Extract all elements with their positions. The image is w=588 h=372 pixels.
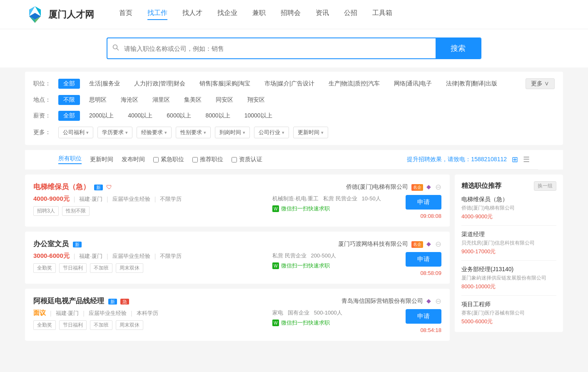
nav-news[interactable]: 资讯: [316, 9, 329, 20]
job-title-1[interactable]: 电梯维保员（急）: [33, 183, 90, 191]
salary-1: 4000-9000元: [33, 195, 70, 203]
sidebar-job-title-2: 渠道经理: [461, 231, 556, 238]
apply-btn-3[interactable]: 申请: [406, 309, 441, 324]
sort-publish[interactable]: 发布时间: [122, 156, 145, 163]
job-title-2[interactable]: 办公室文员: [33, 240, 69, 248]
location-tag-5[interactable]: 同安区: [211, 95, 238, 105]
location-tag-6[interactable]: 翔安区: [242, 95, 270, 105]
salary-tag-1[interactable]: 2000以上: [84, 111, 119, 121]
dropdown-welfare[interactable]: 公司福利: [58, 127, 93, 138]
nav-company[interactable]: 找企业: [217, 9, 237, 20]
dropdown-industry[interactable]: 公司行业: [254, 127, 289, 138]
nav-government[interactable]: 公招: [344, 9, 357, 20]
job-card-1-title-area: 电梯维保员（急） 新 🛡: [33, 182, 112, 192]
salary-tag-5[interactable]: 10000以上: [239, 111, 277, 121]
job-tag-1-1: 性别不限: [62, 206, 90, 216]
job-info-right-3: 家电 国有企业 500-1000人 W 微信扫一扫快速求职: [272, 309, 397, 333]
nav-parttime[interactable]: 兼职: [252, 9, 266, 20]
wechat-scan-3[interactable]: W 微信扫一扫快速求职: [272, 319, 397, 327]
job-card-2-company-area: 厦门巧渡网络科技有限公司 名企 ◆ ⊖: [338, 240, 441, 249]
job-title-3[interactable]: 阿根廷电视产品线经理: [33, 297, 104, 305]
location-tag-2[interactable]: 海沧区: [116, 95, 143, 105]
checkbox-certified[interactable]: 资质认证: [232, 156, 262, 163]
nav-fair[interactable]: 招聘会: [281, 9, 301, 20]
list-view-icon[interactable]: ☰: [523, 155, 530, 164]
position-tag-2[interactable]: 人力|行政|管理|财会: [129, 79, 190, 89]
logo[interactable]: 厦门人才网: [25, 5, 94, 25]
sidebar-card: 精选职位推荐 换一组 电梯维保员（急） 侨德(厦门)电梯有限公司 4000-90…: [455, 175, 563, 332]
position-tag-5[interactable]: 生产|物流|质控|汽车: [324, 79, 385, 89]
svg-line-6: [117, 49, 119, 50]
location-tag-all[interactable]: 不限: [58, 95, 80, 105]
dropdown-education[interactable]: 学历要求: [97, 127, 132, 138]
collapse-icon-2[interactable]: ⊖: [435, 240, 441, 249]
nav-jobs[interactable]: 找工作: [147, 9, 167, 20]
position-tag-4[interactable]: 市场|媒介|广告设计: [259, 79, 319, 89]
sidebar-company-1: 侨德(厦门)电梯有限公司: [461, 205, 556, 212]
job-actions-2: 申请 08:58:09: [406, 252, 441, 276]
location-tag-1[interactable]: 思明区: [84, 95, 112, 105]
experience-3: 应届毕业生经验: [89, 310, 127, 317]
position-more-button[interactable]: 更多 ∨: [526, 78, 555, 89]
position-tag-6[interactable]: 网络|通讯|电子: [389, 79, 437, 89]
dropdown-onboard[interactable]: 到岗时间: [215, 127, 250, 138]
job-meta-3: 面议 | 福建·厦门 | 应届毕业生经验 | 本科学历: [33, 309, 264, 317]
sidebar-job-4[interactable]: 项目工程师 赛客(厦门)医疗器械有限公司 5000-6000元: [461, 301, 556, 325]
sidebar-job-2[interactable]: 渠道经理 贝壳找房(厦门)信息科技有限公司 9000-17000元: [461, 231, 556, 261]
job-card-1: 电梯维保员（急） 新 🛡 侨德(厦门)电梯有限公司 名企 ◆ ⊖ 4000-: [25, 175, 450, 227]
dropdown-update[interactable]: 更新时间: [293, 127, 328, 138]
sort-update[interactable]: 更新时间: [90, 156, 113, 163]
salary-tag-2[interactable]: 4000以上: [123, 111, 157, 121]
apply-btn-2[interactable]: 申请: [406, 252, 441, 267]
refresh-button[interactable]: 换一组: [534, 181, 556, 191]
tag-new-1: 新: [94, 185, 103, 190]
job-card-1-body: 4000-9000元 | 福建·厦门 | 应届毕业生经验 | 不限学历 招聘3人…: [33, 195, 441, 219]
nav-home[interactable]: 首页: [119, 9, 132, 20]
company-badge-1: 名企: [411, 184, 423, 191]
wechat-scan-2[interactable]: W 微信扫一扫快速求职: [272, 262, 397, 270]
dropdown-gender[interactable]: 性别要求: [176, 127, 211, 138]
salary-tag-all[interactable]: 全部: [58, 111, 80, 121]
job-controls: 所有职位 更新时间 发布时间 紧急职位 推荐职位 资质认证 提升招聘效果，请致电…: [50, 150, 538, 170]
job-meta-1: 4000-9000元 | 福建·厦门 | 应届毕业生经验 | 不限学历: [33, 195, 264, 203]
job-tag-3-0: 全勤奖: [33, 320, 56, 330]
grid-view-icon[interactable]: ⊞: [512, 155, 518, 164]
dropdown-experience[interactable]: 经验要求: [137, 127, 172, 138]
search-section: 搜索: [0, 29, 588, 67]
location-3: 福建·厦门: [56, 310, 79, 317]
checkbox-urgent[interactable]: 紧急职位: [153, 156, 184, 163]
job-tag-1-0: 招聘3人: [33, 206, 59, 216]
location-tag-4[interactable]: 集美区: [179, 95, 207, 105]
collapse-icon-3[interactable]: ⊖: [435, 297, 441, 306]
nav-tools[interactable]: 工具箱: [372, 9, 392, 20]
collapse-icon-1[interactable]: ⊖: [435, 182, 441, 192]
salary-tag-4[interactable]: 8000以上: [200, 111, 235, 121]
salary-filter-row: 薪资： 全部 2000以上 4000以上 6000以上 8000以上 10000…: [33, 111, 555, 121]
search-button[interactable]: 搜索: [436, 38, 481, 58]
location-label: 地点：: [33, 96, 51, 104]
sidebar-job-3[interactable]: 业务部经理(J13140) 厦门象屿迷择供应链发展股份有限公司 8000-100…: [461, 266, 556, 296]
more-label: 更多：: [33, 129, 51, 136]
company-name-2[interactable]: 厦门巧渡网络科技有限公司 名企 ◆: [338, 240, 431, 248]
location-tag-3[interactable]: 湖里区: [147, 95, 175, 105]
job-tag-3-1: 节日福利: [59, 320, 87, 330]
position-tag-1[interactable]: 生活|服务业: [84, 79, 125, 89]
position-tag-7[interactable]: 法律|教育|翻译|出版: [441, 79, 502, 89]
sidebar-job-1[interactable]: 电梯维保员（急） 侨德(厦门)电梯有限公司 4000-9000元: [461, 196, 556, 226]
tag-new-3: 新: [108, 299, 117, 305]
position-tag-3[interactable]: 销售|客服|采购|淘宝: [194, 79, 256, 89]
company-meta-2: 私营 民营企业 200-500人: [272, 252, 397, 260]
position-tag-all[interactable]: 全部: [58, 79, 80, 89]
apply-btn-1[interactable]: 申请: [406, 195, 441, 210]
search-input[interactable]: [124, 40, 436, 57]
location-filter-row: 地点： 不限 思明区 海沧区 湖里区 集美区 同安区 翔安区: [33, 95, 555, 105]
timestamp-2: 08:58:09: [420, 270, 441, 276]
job-card-2-body: 3000-6000元 | 福建·厦门 | 应届毕业生经验 | 不限学历 全勤奖 …: [33, 252, 441, 276]
sort-all[interactable]: 所有职位: [58, 155, 82, 164]
nav-talent[interactable]: 找人才: [182, 9, 202, 20]
wechat-scan-1[interactable]: W 微信扫一扫快速求职: [272, 205, 397, 212]
company-name-1[interactable]: 侨德(厦门)电梯有限公司 名企 ◆: [346, 183, 431, 191]
checkbox-recommend[interactable]: 推荐职位: [192, 156, 223, 163]
company-name-3[interactable]: 青岛海信国际营销股份有限公司 ◆: [341, 297, 431, 305]
salary-tag-3[interactable]: 6000以上: [162, 111, 196, 121]
